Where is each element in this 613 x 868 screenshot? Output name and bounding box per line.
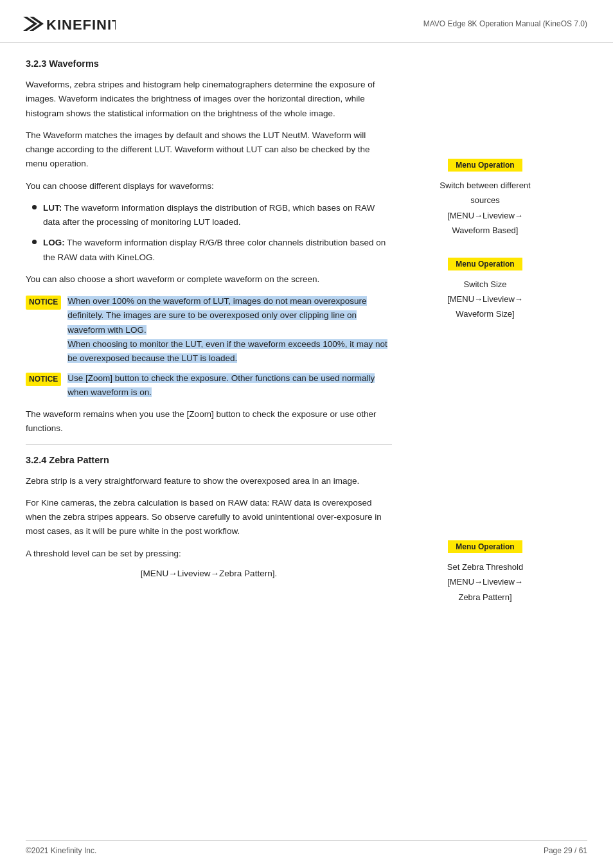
- bullet-text-lut: LUT: The waveform information displays t…: [43, 201, 392, 230]
- logo-area: KINEFINITY: [19, 12, 116, 36]
- bullet-desc-lut-text: The waveform information displays the di…: [43, 203, 375, 227]
- bullet-dot-log: [32, 240, 37, 244]
- bullet-item-log: LOG: The waveform information display R/…: [32, 236, 392, 265]
- bullet-desc-log-text2: The waveform information display R/G/B t…: [43, 238, 386, 261]
- waveforms-para2: The Waveform matches the images by defau…: [26, 128, 392, 172]
- menu-op-3-line3: Zebra Pattern]: [418, 590, 553, 605]
- section-zebra: 3.2.4 Zebra Pattern Zebra strip is a ver…: [26, 455, 392, 578]
- menu-op-content-2: Switch Size [MENU→Liveview→ Waveform Siz…: [418, 277, 553, 322]
- header-subtitle: MAVO Edge 8K Operation Manual (KineOS 7.…: [423, 19, 587, 28]
- bullet-item-lut: LUT: The waveform information displays t…: [32, 201, 392, 230]
- notice-block-2: NOTICE Use [Zoom] button to check the ex…: [26, 371, 392, 400]
- zebra-para3: A threshold level can be set by pressing…: [26, 547, 392, 561]
- notice-highlight-1a: When over 100% on the waveform of LUT, i…: [67, 296, 366, 335]
- logo-svg: KINEFINITY: [19, 12, 116, 36]
- bullet-label-lut: LUT:: [43, 203, 62, 213]
- footer-page: Page 29 / 61: [544, 846, 587, 855]
- zebra-para1: Zebra strip is a very straightforward fe…: [26, 474, 392, 488]
- main-column: 3.2.3 Waveforms Waveforms, zebra stripes…: [0, 43, 411, 637]
- menu-op-box-2: Menu Operation Switch Size [MENU→Livevie…: [418, 258, 553, 322]
- menu-op-3-line1: Set Zebra Threshold: [418, 560, 553, 574]
- section-heading-waveforms: 3.2.3 Waveforms: [26, 58, 392, 69]
- notice-block-1: NOTICE When over 100% on the waveform of…: [26, 294, 392, 366]
- bullet-dot-lut: [32, 205, 37, 209]
- svg-text:KINEFINITY: KINEFINITY: [46, 17, 116, 33]
- waveforms-para5: The waveform remains when you use the [Z…: [26, 407, 392, 436]
- menu-op-box-1: Menu Operation Switch between different …: [418, 159, 553, 238]
- waveforms-para3: You can choose different displays for wa…: [26, 179, 392, 193]
- menu-op-3-line2: [MENU→Liveview→: [418, 574, 553, 589]
- menu-op-2-line1: Switch Size: [418, 277, 553, 292]
- section-divider: [26, 444, 392, 445]
- menu-op-1-line3: [MENU→Liveview→: [418, 208, 553, 223]
- notice-highlight-2: Use [Zoom] button to check the exposure.…: [67, 373, 375, 397]
- zebra-para2: For Kine cameras, the zebra calculation …: [26, 496, 392, 539]
- bullet-label-log: LOG:: [43, 238, 65, 247]
- menu-op-2-line2: [MENU→Liveview→: [418, 292, 553, 306]
- header: KINEFINITY MAVO Edge 8K Operation Manual…: [0, 0, 613, 43]
- notice-highlight-1b: When choosing to monitor the LUT, even i…: [67, 339, 387, 363]
- notice-text-1: When over 100% on the waveform of LUT, i…: [67, 294, 392, 366]
- menu-op-1-line4: Waveform Based]: [418, 223, 553, 238]
- footer-copyright: ©2021 Kinefinity Inc.: [26, 846, 96, 855]
- notice-label-1: NOTICE: [26, 296, 61, 310]
- menu-op-label-3: Menu Operation: [448, 540, 522, 553]
- footer: ©2021 Kinefinity Inc. Page 29 / 61: [26, 840, 587, 855]
- bullet-text-log: LOG: The waveform information display R/…: [43, 236, 392, 265]
- sidebar-column: Menu Operation Switch between different …: [411, 43, 565, 637]
- menu-op-1-line1: Switch between different: [418, 178, 553, 193]
- menu-op-1-line2: sources: [418, 193, 553, 208]
- menu-op-content-3: Set Zebra Threshold [MENU→Liveview→ Zebr…: [418, 560, 553, 605]
- zebra-menu-path: [MENU→Liveview→Zebra Pattern].: [26, 569, 392, 578]
- waveforms-para4: You can also choose a short waveform or …: [26, 272, 392, 287]
- notice-text-2: Use [Zoom] button to check the exposure.…: [67, 371, 392, 400]
- content-area: 3.2.3 Waveforms Waveforms, zebra stripes…: [0, 43, 613, 637]
- notice-label-2: NOTICE: [26, 373, 61, 387]
- menu-op-label-1: Menu Operation: [448, 159, 522, 172]
- menu-op-content-1: Switch between different sources [MENU→L…: [418, 178, 553, 238]
- waveforms-bullet-list: LUT: The waveform information displays t…: [32, 201, 392, 265]
- page-wrapper: KINEFINITY MAVO Edge 8K Operation Manual…: [0, 0, 613, 868]
- menu-op-label-2: Menu Operation: [448, 258, 522, 270]
- waveforms-para1: Waveforms, zebra stripes and histogram h…: [26, 78, 392, 121]
- menu-op-box-3: Menu Operation Set Zebra Threshold [MENU…: [418, 540, 553, 605]
- menu-op-2-line3: Waveform Size]: [418, 306, 553, 321]
- section-heading-zebra: 3.2.4 Zebra Pattern: [26, 455, 392, 465]
- section-waveforms: 3.2.3 Waveforms Waveforms, zebra stripes…: [26, 58, 392, 436]
